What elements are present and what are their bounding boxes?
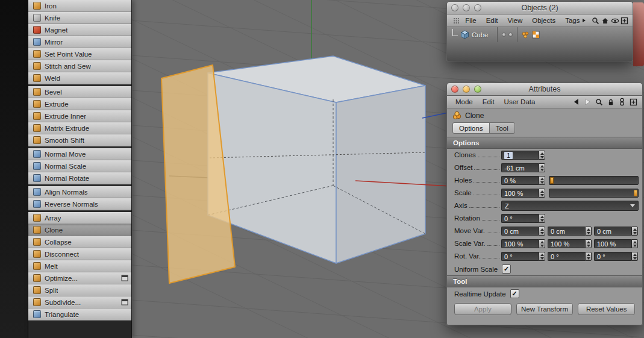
menu-objects[interactable]: Objects [527,17,560,24]
menu-item-stitch-and-sew[interactable]: Stitch and Sew [28,60,131,72]
tab-options[interactable]: Options [452,122,490,134]
lock-icon[interactable] [605,97,616,107]
field-holes[interactable]: 0 % [501,176,545,185]
menu-view[interactable]: View [502,17,527,24]
menu-item-normal-move[interactable]: Normal Move [28,148,131,160]
stepper-up-icon[interactable] [540,190,544,193]
home-icon[interactable] [601,16,610,26]
menu-item-matrix-extrude[interactable]: Matrix Extrude [28,122,131,134]
stepper-down-icon[interactable] [633,245,637,247]
tab-tool[interactable]: Tool [489,122,515,134]
stepper-up-icon[interactable] [540,178,544,180]
field-value[interactable]: 0 ° [594,252,631,261]
stepper-down-icon[interactable] [540,169,544,171]
field-value[interactable]: 100 % [501,239,539,248]
slider-thumb[interactable] [634,190,637,196]
menu-item-set-point-value[interactable]: Set Point Value [28,48,131,60]
visibility-dots[interactable] [497,27,517,42]
menu-item-iron[interactable]: Iron [28,0,131,12]
field-value[interactable]: 1 [501,151,539,160]
stepper-down-icon[interactable] [540,194,544,196]
field-offset[interactable]: -61 cm [501,163,545,172]
menu-item-magnet[interactable]: Magnet [28,24,131,36]
visibility-dot[interactable] [508,33,513,37]
field-rot-var-0[interactable]: 0 ° [501,252,545,261]
stepper-up-icon[interactable] [540,241,544,243]
back-icon[interactable] [571,97,581,107]
stepper-up-icon[interactable] [633,228,637,231]
stepper-down-icon[interactable] [540,245,544,247]
menu-tags[interactable]: Tags [560,17,590,24]
stepper-scale-var-1[interactable] [585,239,592,248]
stepper-up-icon[interactable] [540,228,544,231]
stepper-rotation[interactable] [539,214,545,223]
menu-item-align-normals[interactable]: Align Normals [28,186,131,198]
field-value[interactable]: 0 ° [548,252,585,261]
visibility-dot[interactable] [502,33,506,37]
field-value[interactable]: 0 % [501,176,539,185]
search-icon[interactable] [592,16,600,26]
object-row-cube[interactable]: Cube [447,27,633,42]
menu-edit[interactable]: Edit [481,17,503,24]
objects-list[interactable]: Cube [446,27,633,61]
stepper-rot-var-0[interactable] [539,252,545,261]
field-rotation[interactable]: 0 ° [501,214,545,223]
slider-scale[interactable] [549,189,639,198]
field-scale[interactable]: 100 % [501,189,545,198]
stepper-down-icon[interactable] [587,232,590,234]
minimize-button[interactable] [463,4,470,11]
menu-user-data[interactable]: User Data [499,98,540,105]
menu-item-disconnect[interactable]: Disconnect [28,248,131,260]
zoom-button[interactable] [474,86,481,93]
field-move-var-0[interactable]: 0 cm [501,227,545,236]
menu-mode[interactable]: Mode [451,98,478,105]
eye-icon[interactable] [611,16,619,26]
stepper-up-icon[interactable] [540,152,544,155]
field-value[interactable]: 0 cm [594,227,631,236]
minimize-button[interactable] [463,86,470,93]
menu-item-collapse[interactable]: Collapse [28,236,131,248]
stepper-down-icon[interactable] [540,156,544,158]
stepper-move-var-1[interactable] [585,227,592,236]
field-scale-var-0[interactable]: 100 % [501,239,545,248]
phong-tag-icon[interactable] [521,31,530,39]
menu-item-extrude-inner[interactable]: Extrude Inner [28,110,131,122]
checkbox-uniform-scale[interactable]: ✓ [502,264,511,274]
menu-item-subdivide[interactable]: Subdivide... [28,296,131,308]
link-icon[interactable] [617,97,627,107]
stepper-scale-var-0[interactable] [539,239,545,248]
zoom-button[interactable] [474,4,481,11]
forward-icon[interactable] [583,97,593,107]
stepper-up-icon[interactable] [540,254,544,256]
slider-thumb[interactable] [550,177,554,184]
stepper-move-var-0[interactable] [539,227,545,236]
stepper-up-icon[interactable] [633,254,637,256]
stepper-up-icon[interactable] [587,241,590,243]
field-value[interactable]: 0 cm [548,227,585,236]
stepper-down-icon[interactable] [540,219,544,222]
close-button[interactable] [451,86,458,93]
texture-tag-icon[interactable] [532,31,540,39]
stepper-down-icon[interactable] [540,181,544,184]
stepper-up-icon[interactable] [540,165,544,167]
search-icon[interactable] [594,97,604,107]
menu-item-reverse-normals[interactable]: Reverse Normals [28,198,131,210]
stepper-up-icon[interactable] [540,216,544,218]
stepper-down-icon[interactable] [540,257,544,260]
stepper-move-var-2[interactable] [631,227,638,236]
field-value[interactable]: 0 ° [501,214,539,223]
stepper-scale[interactable] [539,189,545,198]
field-scale-var-2[interactable]: 100 % [594,239,638,248]
field-rot-var-1[interactable]: 0 ° [548,252,592,261]
field-value[interactable]: 100 % [501,189,539,198]
grip-icon[interactable] [452,16,460,26]
cube-right-face[interactable] [336,86,425,263]
field-scale-var-1[interactable]: 100 % [548,239,592,248]
stepper-up-icon[interactable] [587,254,590,256]
close-button[interactable] [451,4,458,11]
field-clones[interactable]: 1 [501,151,545,160]
apply-button[interactable]: Apply [454,303,511,315]
field-value[interactable]: 100 % [594,239,631,248]
menu-item-array[interactable]: Array [28,212,131,224]
attributes-titlebar[interactable]: Attributes [446,83,643,96]
